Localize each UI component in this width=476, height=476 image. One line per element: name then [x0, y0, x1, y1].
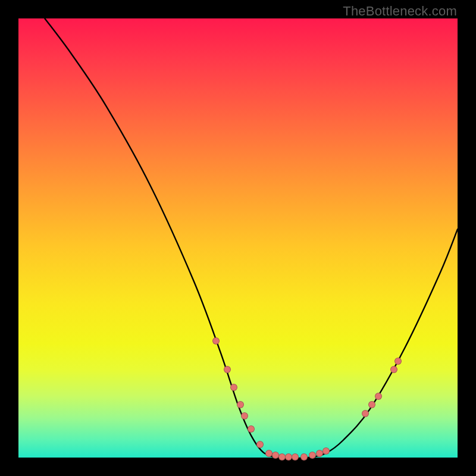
data-point [394, 358, 402, 365]
curve-svg [18, 18, 458, 458]
data-point [316, 450, 323, 457]
data-point [300, 453, 308, 461]
chart-container: TheBottleneck.com [0, 0, 476, 476]
data-point [241, 412, 248, 419]
data-point [265, 450, 273, 457]
data-point [375, 393, 382, 400]
data-point [322, 447, 330, 455]
data-point [278, 453, 286, 461]
plot-area [18, 18, 458, 458]
bottleneck-curve [45, 18, 458, 458]
data-point [224, 366, 231, 373]
data-point [272, 452, 279, 459]
watermark-text: TheBottleneck.com [343, 4, 457, 19]
data-point [309, 452, 316, 459]
data-point [256, 441, 264, 448]
data-point [230, 384, 237, 391]
data-point [292, 453, 299, 461]
